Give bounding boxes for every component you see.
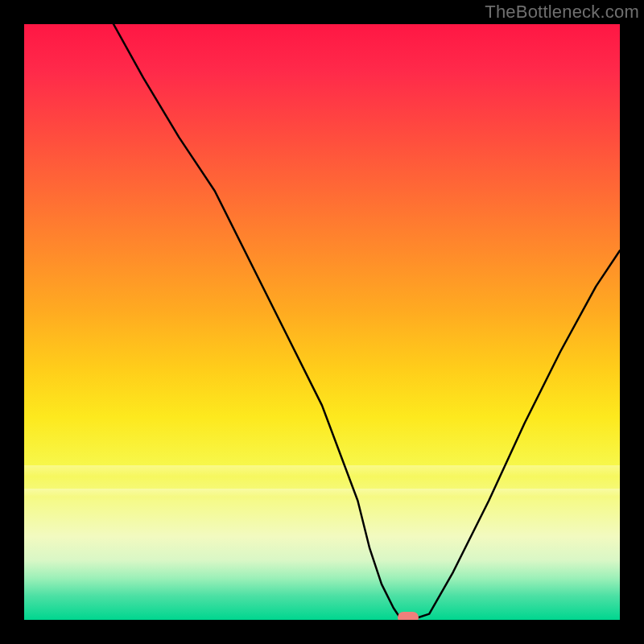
bottleneck-curve (24, 24, 620, 620)
chart-frame: TheBottleneck.com (0, 0, 644, 644)
plot-area (24, 24, 620, 620)
watermark-text: TheBottleneck.com (485, 2, 639, 23)
optimal-point-marker (398, 612, 419, 620)
